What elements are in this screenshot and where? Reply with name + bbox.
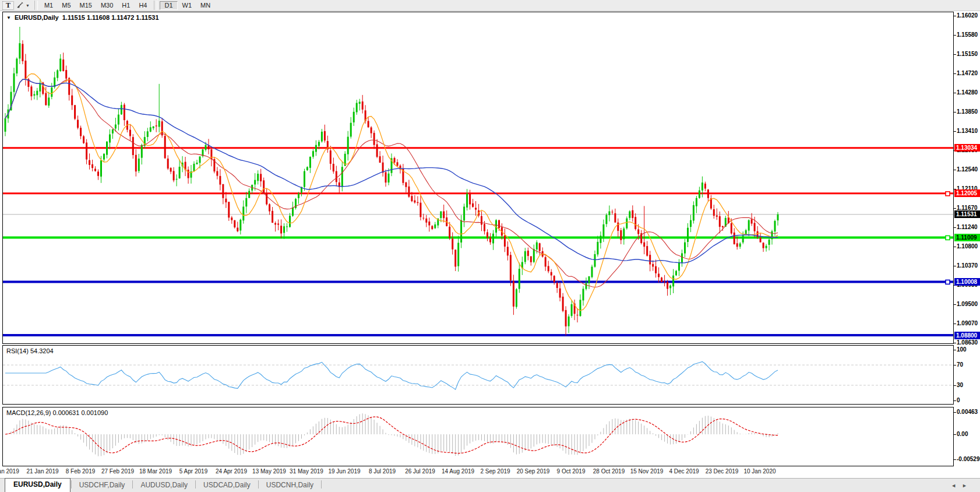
axis-tick [954,54,956,55]
timeframe-button-h1[interactable]: H1 [118,1,134,10]
rsi-axis-label: 30 [957,382,963,388]
axis-tick [954,459,956,460]
tab-separator [195,480,196,489]
axis-tick [954,227,956,228]
date-axis-label: 2 Jan 2019 [0,468,19,475]
axis-tick [954,385,956,386]
line-drag-handle [946,192,950,196]
price-axis-label: 1.14280 [957,89,978,96]
price-axis-label: 1.09070 [957,320,978,326]
price-axis-label: 1.08630 [957,339,978,346]
level-price-tag[interactable]: 1.12005 [954,189,980,197]
date-axis-label: 18 Mar 2019 [139,468,172,475]
axis-tick [954,170,956,170]
price-axis-label: 1.11240 [957,224,978,230]
level-price-tag[interactable]: 1.11009 [954,234,980,241]
price-axis-label: 1.13410 [957,128,978,134]
macd-label: MACD(12,26,9) 0.000631 0.001090 [6,409,108,416]
tab-separator [132,480,133,489]
date-axis-label: 26 Jul 2019 [405,468,435,475]
price-axis-label: 1.15580 [957,31,978,38]
chart-tab-usdchf[interactable]: USDCHF,Daily [72,479,132,492]
chart-symbol-label: EURUSD,Daily [15,14,59,21]
price-axis-label: 1.09500 [957,301,978,307]
price-chart-panel[interactable]: ▼ EURUSD,Daily 1.11515 1.11608 1.11472 1… [2,12,954,344]
price-axis-label: 1.15150 [957,51,978,57]
timeframe-button-w1[interactable]: W1 [178,1,196,10]
line-drag-handle [946,236,950,240]
timeframe-button-d1[interactable]: D1 [160,1,177,10]
tab-separator [71,480,72,489]
date-axis-label: 10 Jan 2020 [743,468,775,475]
date-axis-label: 4 Dec 2019 [669,468,699,475]
date-axis-label: 13 May 2019 [252,468,286,475]
timeframe-group: M1M5M15M30H1H4D1W1MN [40,1,215,10]
level-price-tag[interactable]: 1.13034 [954,144,980,152]
axis-tick [954,16,956,16]
axis-tick [954,343,956,343]
cursor-tool-button[interactable]: ▼ [15,1,31,10]
macd-axis-label: 0.00 [957,431,968,437]
axis-tick [954,112,956,113]
candle-wicks [5,27,778,336]
timeframe-button-h4[interactable]: H4 [135,1,151,10]
rsi-axis-label: 100 [957,346,967,353]
axis-tick [954,93,956,93]
level-price-tag[interactable]: 1.10008 [954,278,980,286]
chart-tab-bar: EURUSD,DailyUSDCHF,DailyAUDUSD,DailyUSDC… [0,478,980,492]
bid-price-tag: 1.11531 [954,210,980,218]
macd-plot [3,407,953,466]
date-axis-label: 8 Feb 2019 [66,468,96,475]
tab-scroll-arrows[interactable]: ◄► [951,483,973,489]
axis-tick [954,304,956,305]
rsi-panel[interactable]: RSI(14) 54.3204 [2,345,954,405]
axis-tick [954,131,956,132]
price-axis-label: 1.13850 [957,108,978,115]
text-tool-button[interactable]: T [2,1,14,10]
chart-tab-usdcnh[interactable]: USDCNH,Daily [259,479,320,492]
date-axis-label: 31 May 2019 [290,468,323,475]
price-axis-label: 1.16020 [957,12,978,19]
date-axis-label: 28 Oct 2019 [593,468,625,475]
chart-tab-audusd[interactable]: AUDUSD,Daily [133,479,195,492]
toolbar-separator [154,1,157,10]
date-axis-label: 21 Jan 2019 [26,468,58,475]
timeframe-button-m1[interactable]: M1 [40,1,57,10]
rsi-axis-label: 0 [957,397,960,403]
chart-tab-usdcad[interactable]: USDCAD,Daily [196,479,258,492]
date-axis-label: 24 Apr 2019 [216,468,247,475]
date-axis-label: 14 Aug 2019 [442,468,474,475]
timeframe-button-m5[interactable]: M5 [58,1,75,10]
cursor-arrows-icon [16,2,24,9]
axis-tick [954,208,956,209]
candlestick-chart[interactable] [3,12,953,343]
chart-tab-eurusd[interactable]: EURUSD,Daily [5,478,70,492]
axis-tick [954,324,956,324]
timeframe-button-m30[interactable]: M30 [97,1,117,10]
axis-tick [954,35,956,36]
chart-title: ▼ EURUSD,Daily 1.11515 1.11608 1.11472 1… [6,14,159,21]
date-axis-label: 27 Feb 2019 [101,468,134,475]
axis-tick [954,350,956,350]
chart-tabs: EURUSD,DailyUSDCHF,DailyAUDUSD,DailyUSDC… [5,478,322,492]
timeframe-button-m15[interactable]: M15 [76,1,96,10]
timeframe-button-mn[interactable]: MN [196,1,214,10]
rsi-plot [3,346,953,404]
toolbar: T ▼ M1M5M15M30H1H4D1W1MN [0,0,980,11]
date-axis-label: 15 Nov 2019 [630,468,664,475]
date-axis-label: 5 Apr 2019 [179,468,207,475]
tab-scroll-left-icon[interactable]: ◄ [951,483,962,489]
macd-axis-label: -0.005299 [957,456,980,462]
bear-candles [22,44,764,326]
symbol-collapse-icon[interactable]: ▼ [6,15,11,20]
tab-separator [321,480,322,489]
date-axis-label: 19 Jun 2019 [328,468,360,475]
level-price-tag[interactable]: 1.08800 [954,332,980,339]
rsi-axis-label: 70 [957,361,963,368]
axis-tick [954,412,956,413]
axis-tick [954,247,956,247]
axis-tick [954,400,956,401]
date-axis-label: 20 Sep 2019 [517,468,550,475]
tab-scroll-right-icon[interactable]: ► [962,483,973,489]
macd-panel[interactable]: MACD(12,26,9) 0.000631 0.001090 [2,407,954,466]
